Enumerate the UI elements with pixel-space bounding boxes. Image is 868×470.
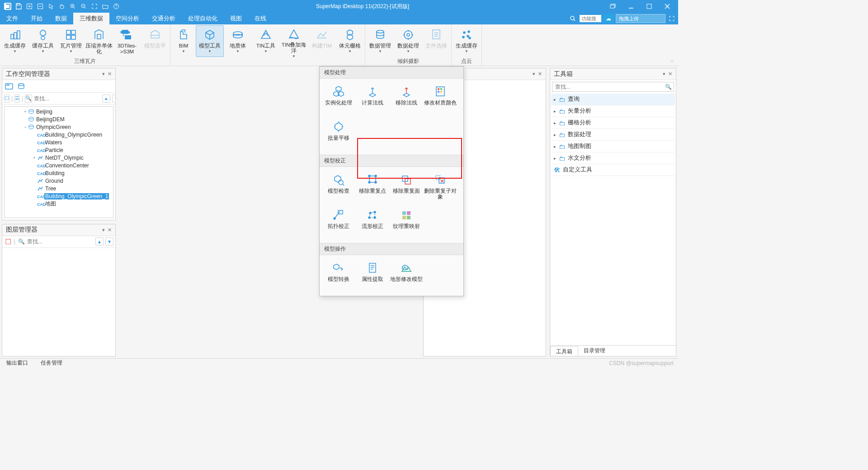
tree-search-icon[interactable]: 🔍 — [25, 95, 32, 103]
tree-node[interactable]: CADBuilding_OlympicGreen_1 — [5, 192, 113, 200]
layer-search-icon[interactable]: 🔍 — [17, 237, 25, 246]
ribbon-collapse-icon[interactable]: ︿ — [670, 57, 675, 64]
gallery-item[interactable]: 拓扑校正 — [321, 205, 355, 240]
help-icon[interactable] — [111, 1, 121, 11]
tree-toggle-icon[interactable]: + — [32, 156, 37, 160]
status-tab-output[interactable]: 输出窗口 — [0, 359, 34, 367]
tree-prev-icon[interactable]: ▴ — [102, 95, 110, 103]
workspace-tree[interactable]: +BeijingBeijingDEM−OlympicGreenCADBuildi… — [4, 106, 113, 218]
ribbon-button[interactable]: TIN叠加海洋▼ — [280, 25, 308, 57]
toolbox-tab-catalog[interactable]: 目录管理 — [578, 346, 611, 356]
ribbon-button[interactable]: 地质体▼ — [224, 25, 252, 57]
panel-close-icon[interactable]: ✕ — [108, 227, 112, 233]
tree-db-filter-icon[interactable]: ☰ — [14, 95, 20, 103]
tree-node[interactable]: CADParticle — [5, 146, 113, 154]
menu-tab-spatial[interactable]: 空间分析 — [109, 13, 146, 24]
toolbox-item[interactable]: ▸🗀数据处理 — [551, 129, 675, 141]
ribbon-button[interactable]: 3DTilesS3M3DTiles->S3M — [113, 25, 141, 57]
tree-node[interactable]: −OlympicGreen — [5, 123, 113, 131]
layer-prev-icon[interactable]: ▴ — [95, 237, 104, 246]
gallery-item[interactable]: 移除重复点 — [355, 170, 389, 205]
gallery-item[interactable]: 批量平移 — [321, 117, 355, 152]
tree-node[interactable]: +Beijing — [5, 108, 113, 115]
drag-upload-hint[interactable]: 拖拽上传 — [616, 14, 665, 23]
toolbox-item[interactable]: ▸🗀查询 — [551, 94, 675, 105]
toolbox-tab-toolbox[interactable]: 工具箱 — [550, 346, 578, 356]
gallery-item[interactable]: 模型转换 — [321, 258, 355, 293]
ribbon-button[interactable]: 数据处理▼ — [394, 25, 422, 57]
tree-node[interactable]: CADBuilding — [5, 169, 113, 177]
extent-icon[interactable] — [90, 1, 99, 11]
gallery-item[interactable]: 修改材质颜色 — [423, 81, 457, 117]
fullscreen-icon[interactable] — [667, 16, 676, 21]
ribbon-button[interactable]: 压缩并单体化 — [85, 25, 113, 57]
gallery-item[interactable]: 流形校正 — [355, 205, 389, 240]
tree-toggle-icon[interactable]: − — [23, 125, 28, 129]
panel-close-icon[interactable]: ✕ — [108, 71, 112, 77]
gallery-item[interactable]: 移除法线 — [389, 81, 423, 117]
window-maximize-icon[interactable] — [640, 0, 658, 13]
view-canvas[interactable]: 模型处理实例化处理计算法线移除法线修改材质颜色批量平移模型校正模型检查移除重复点… — [118, 66, 421, 358]
gallery-item[interactable]: 模型检查 — [321, 170, 355, 205]
panel-options-icon[interactable]: ▾ — [102, 227, 105, 233]
gallery-item[interactable]: 实例化处理 — [321, 81, 355, 117]
panel-options-icon[interactable]: ▾ — [663, 71, 665, 77]
function-search-input[interactable] — [580, 15, 601, 22]
menu-tab-traffic[interactable]: 交通分析 — [146, 13, 182, 24]
menu-tab-view[interactable]: 视图 — [224, 13, 248, 24]
tree-node[interactable]: Tree — [5, 185, 113, 192]
window-restore-down-icon[interactable] — [604, 0, 622, 13]
ribbon-button[interactable]: 生成缓存▼ — [453, 25, 481, 57]
ribbon-button[interactable]: 体元栅格▼ — [336, 25, 364, 57]
workspace-window-icon[interactable] — [5, 83, 13, 90]
new-layout2-icon[interactable] — [35, 1, 45, 11]
gallery-item[interactable]: 计算法线 — [355, 81, 389, 117]
ribbon-button[interactable]: TIN工具▼ — [252, 25, 280, 57]
open-folder-icon[interactable] — [100, 1, 110, 11]
tree-node[interactable]: +NetDT_Olympic — [5, 154, 113, 161]
menu-tab-start[interactable]: 开始 — [24, 13, 49, 24]
app-logo-icon[interactable] — [3, 1, 13, 11]
cloud-icon[interactable]: ☁ — [603, 14, 614, 23]
toolbox-item[interactable]: ▸🗀地图制图 — [551, 141, 675, 152]
tree-search-input[interactable] — [34, 96, 100, 101]
ribbon-button[interactable]: 数据管理▼ — [366, 25, 394, 57]
panel-close-icon[interactable]: ✕ — [538, 71, 542, 77]
zoom-in-icon[interactable] — [68, 1, 78, 11]
layer-search-input[interactable] — [27, 239, 94, 244]
toolbox-item[interactable]: 🛠自定义工具 — [551, 164, 675, 176]
toolbox-item[interactable]: ▸🗀水文分析 — [551, 152, 675, 164]
panel-options-icon[interactable]: ▾ — [533, 71, 535, 77]
workspace-db-icon[interactable] — [18, 83, 25, 90]
pointer-icon[interactable] — [46, 1, 56, 11]
panel-close-icon[interactable]: ✕ — [668, 71, 672, 77]
toolbox-search-icon[interactable]: 🔍 — [663, 84, 674, 90]
gallery-item[interactable]: 属性提取 — [355, 258, 389, 293]
search-icon[interactable] — [568, 15, 578, 22]
menu-tab-file[interactable]: 文件 — [0, 13, 24, 24]
gallery-item[interactable]: 纹理重映射 — [389, 205, 423, 240]
menu-tab-online[interactable]: 在线 — [248, 13, 273, 24]
ribbon-button[interactable]: 模型工具▼ — [196, 25, 224, 57]
menu-tab-automation[interactable]: 处理自动化 — [182, 13, 224, 24]
new-layout-icon[interactable] — [24, 1, 34, 11]
pan-icon[interactable] — [57, 1, 67, 11]
tree-node[interactable]: BeijingDEM — [5, 115, 113, 123]
gallery-item[interactable]: 移除重复面 — [389, 170, 423, 205]
gallery-item[interactable]: 删除重复子对象 — [423, 170, 457, 205]
window-minimize-icon[interactable] — [622, 0, 640, 13]
ribbon-button[interactable]: BIM▼ — [171, 25, 196, 57]
toolbox-item[interactable]: ▸🗀矢量分析 — [551, 105, 675, 117]
status-tab-tasks[interactable]: 任务管理 — [34, 359, 69, 367]
layer-next-icon[interactable]: ▾ — [105, 237, 113, 246]
tree-node[interactable]: CAD地图 — [5, 200, 113, 208]
ribbon-button[interactable]: 瓦片管理▼ — [57, 25, 85, 57]
save-icon[interactable] — [14, 1, 24, 11]
menu-tab-3d-data[interactable]: 三维数据 — [73, 13, 109, 24]
tree-toggle-icon[interactable]: + — [23, 109, 28, 114]
gallery-item[interactable]: 地形修改模型 — [389, 258, 423, 293]
tree-next-icon[interactable]: ▾ — [112, 95, 115, 103]
menu-tab-data[interactable]: 数据 — [49, 13, 73, 24]
toolbox-search-input[interactable] — [552, 84, 663, 90]
ribbon-button[interactable]: 生成缓存▼ — [1, 25, 29, 57]
